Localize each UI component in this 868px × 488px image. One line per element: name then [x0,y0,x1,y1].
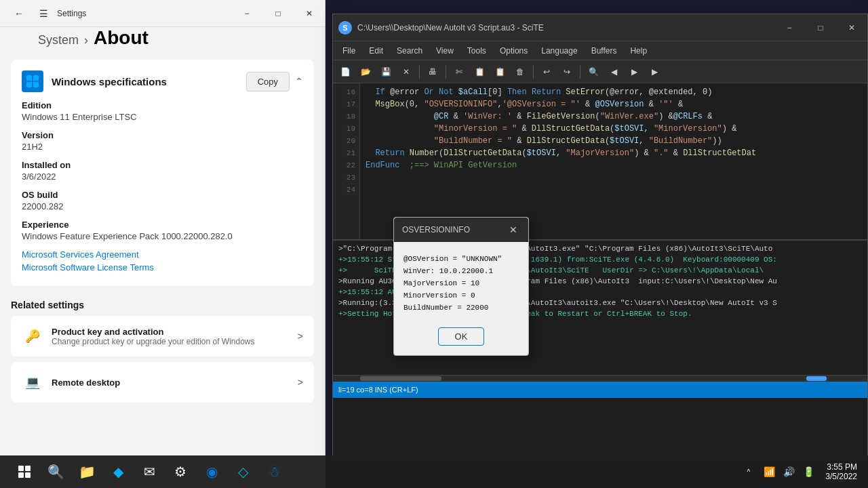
dialog-line-2: WinVer: 10.0.22000.1 [403,265,519,277]
breadcrumb-parent[interactable]: System [38,33,79,47]
status-text: li=19 co=8 INS (CR+LF) [338,386,418,394]
settings-titlebar: ← ☰ Settings − □ ✕ [0,0,325,27]
spec-card-actions: Copy ⌃ [246,72,303,92]
menu-search[interactable]: Search [390,43,429,58]
line-21: 21 [333,147,359,159]
menu-help[interactable]: Help [623,43,654,58]
scite-statusbar: li=19 co=8 INS (CR+LF) [333,382,867,398]
code-area[interactable]: If @error Or Not $aCall[0] Then Return S… [360,83,867,239]
line-23: 23 [333,171,359,184]
titlebar-controls: − □ ✕ [231,0,325,27]
mslt-link[interactable]: Microsoft Software License Terms [22,262,303,272]
toolbar-copy[interactable]: 📋 [470,63,489,81]
breadcrumb-separator: › [84,33,88,47]
product-key-desc: Change product key or upgrade your editi… [52,337,290,346]
dialog-close-btn[interactable]: ✕ [507,223,520,237]
maximize-button[interactable]: □ [262,0,294,27]
scite-minimize-btn[interactable]: − [774,14,805,41]
scite-title-left: S C:\Users\\Desktop\New AutoIt v3 Script… [338,21,544,35]
toolbar-find[interactable]: 🔍 [584,63,603,81]
toolbar-undo[interactable]: ↩ [537,63,556,81]
spec-header-left: Windows specifications [22,70,167,92]
dialog-line-1: @OSVersion = "UNKNOWN" [403,253,519,265]
menu-view[interactable]: View [429,43,460,58]
scite-titlebar: S C:\Users\\Desktop\New AutoIt v3 Script… [333,14,867,41]
copy-button[interactable]: Copy [246,72,290,92]
product-key-text: Product key and activation Change produc… [52,327,290,346]
related-settings: Related settings 🔑 Product key and activ… [11,294,314,403]
line-18: 18 [333,110,359,123]
settings-taskbar-button[interactable]: ⚙ [167,458,194,485]
menu-edit[interactable]: Edit [362,43,390,58]
back-button[interactable]: ← [8,3,30,24]
hamburger-button[interactable]: ☰ [33,3,54,24]
volume-icon[interactable]: 🔊 [781,464,797,480]
msa-link[interactable]: Microsoft Services Agreement [22,249,303,260]
taskbar: 🔍 📁 ◆ ✉ ⚙ ◉ ◇ ☃ ^ 📶 🔊 🔋 3:55 PM 3/5/2022 [0,455,868,488]
edge2-button[interactable]: ◇ [229,458,256,485]
experience-value: Windows Feature Experience Pack 1000.220… [22,231,303,241]
experience-row: Experience Windows Feature Experience Pa… [22,220,303,241]
edge-button[interactable]: ◆ [104,458,132,485]
osversioninfo-dialog: OSVERSIONINFO ✕ @OSVersion = "UNKNOWN" W… [393,217,529,356]
ok-button[interactable]: OK [438,327,485,346]
menu-options[interactable]: Options [493,43,534,58]
toolbar-cut[interactable]: ✄ [450,63,469,81]
code-line-16: If @error Or Not $aCall[0] Then Return S… [366,86,862,98]
dialog-line-3: MajorVersion = 10 [403,277,519,289]
version-value: 21H2 [22,142,303,152]
remote-desktop-text: Remote desktop [52,378,290,388]
monitor-icon: 💻 [22,371,43,393]
search-taskbar-button[interactable]: 🔍 [42,458,69,485]
menu-file[interactable]: File [336,43,362,58]
toolbar-redo[interactable]: ↪ [557,63,576,81]
mail-button[interactable]: ✉ [136,458,163,485]
start-button[interactable] [11,458,38,485]
toolbar-sep-1 [419,65,420,79]
shield-button[interactable]: ◉ [198,458,225,485]
scite-editor[interactable]: 16 17 18 19 20 21 22 23 24 If @error Or … [333,83,867,239]
scite-menu: File Edit Search View Tools Options Lang… [333,41,867,60]
spec-body: Edition Windows 11 Enterprise LTSC Versi… [11,100,314,286]
menu-tools[interactable]: Tools [460,43,493,58]
code-line-19: @CR & 'WinVer: ' & FileGetVersion("WinVe… [366,110,862,123]
scite-app-icon: S [338,21,352,35]
toolbar-close[interactable]: ✕ [397,63,416,81]
onedrive-button[interactable]: ☃ [260,458,288,485]
line-20: 20 [333,135,359,147]
clock-date: 3/5/2022 [825,472,857,481]
file-explorer-button[interactable]: 📁 [73,458,100,485]
product-key-item[interactable]: 🔑 Product key and activation Change prod… [11,316,314,357]
toolbar-delete[interactable]: 🗑 [511,63,530,81]
menu-language[interactable]: Language [534,43,584,58]
toolbar-open[interactable]: 📂 [356,63,375,81]
menu-buffers[interactable]: Buffers [585,43,624,58]
edition-label: Edition [22,100,303,110]
toolbar-save[interactable]: 💾 [376,63,395,81]
scite-maximize-btn[interactable]: □ [805,14,836,41]
toolbar-find-prev[interactable]: ◀ [604,63,623,81]
remote-desktop-item[interactable]: 💻 Remote desktop > [11,362,314,403]
toolbar-new[interactable]: 📄 [336,63,355,81]
edition-value: Windows 11 Enterprise LTSC [22,112,303,122]
battery-icon[interactable]: 🔋 [800,464,817,480]
taskbar-clock[interactable]: 3:55 PM 3/5/2022 [825,462,857,481]
minimize-button[interactable]: − [231,0,262,27]
line-17: 17 [333,98,359,110]
chevron-up-icon[interactable]: ⌃ [295,76,303,87]
wifi-icon[interactable]: 📶 [761,464,778,480]
toolbar-find-next[interactable]: ▶ [625,63,644,81]
toolbar-sep-4 [580,65,580,79]
installed-on-label: Installed on [22,160,303,170]
system-tray-expand-btn[interactable]: ^ [745,466,753,479]
toolbar-macro[interactable]: ▶ [645,63,664,81]
close-button[interactable]: ✕ [294,0,325,27]
horizontal-scrollbar[interactable] [333,375,867,382]
toolbar-paste[interactable]: 📋 [490,63,509,81]
spec-card-header[interactable]: Windows specifications Copy ⌃ [11,60,314,100]
toolbar-print[interactable]: 🖶 [423,63,442,81]
installed-on-row: Installed on 3/6/2022 [22,160,303,182]
code-line-20: "MinorVersion = " & DllStructGetData($tO… [366,123,862,135]
version-label: Version [22,130,303,140]
scite-close-btn[interactable]: ✕ [836,14,867,41]
